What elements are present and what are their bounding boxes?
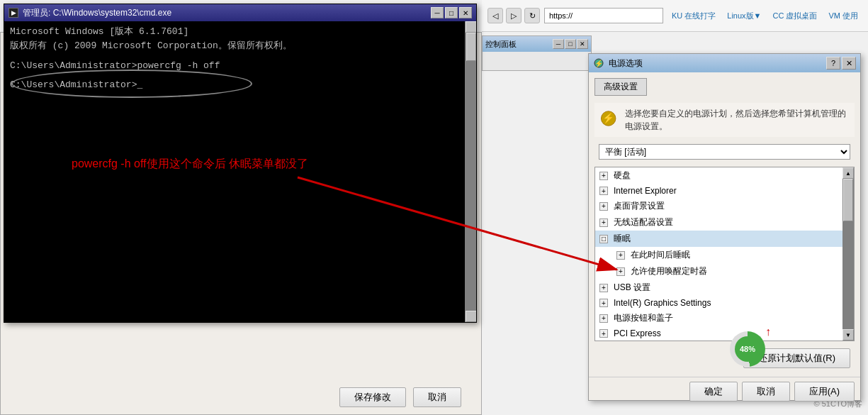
dialog-restore-btn-area: 还原计划默认值(R)	[594, 345, 855, 371]
tree-item-label: 桌面背景设置	[614, 200, 665, 212]
battery-up-arrow: ↑	[765, 326, 771, 338]
tree-item-label: 在此时间后睡眠	[631, 249, 690, 261]
dialog-tab-bar: 高级设置	[594, 78, 855, 99]
dialog-close-btn[interactable]: ✕	[842, 57, 856, 70]
control-panel-minimize[interactable]: ─	[553, 39, 564, 49]
dialog-title-text: 电源选项	[609, 57, 643, 70]
tree-item[interactable]: +在此时间后睡眠	[595, 247, 854, 263]
svg-text:⚡: ⚡	[602, 112, 615, 124]
dialog-apply-btn[interactable]: 应用(A)	[794, 382, 855, 402]
control-panel-maximize[interactable]: □	[565, 39, 576, 49]
tree-expand-icon[interactable]: +	[616, 251, 625, 260]
dialog-plan-selector: 平衡 [活动]	[594, 141, 855, 162]
control-panel-close[interactable]: ✕	[577, 39, 588, 49]
svg-text:⚡: ⚡	[594, 59, 604, 68]
tree-scroll-down[interactable]: ▼	[842, 329, 854, 341]
cmd-close-btn[interactable]: ✕	[459, 7, 472, 18]
tree-expand-icon[interactable]: +	[599, 299, 608, 307]
tree-expand-icon[interactable]: +	[616, 267, 625, 276]
tree-item-label: 允许使用唤醒定时器	[631, 265, 707, 277]
tree-expand-icon[interactable]: □	[599, 235, 608, 243]
tree-expand-icon[interactable]: +	[599, 187, 608, 195]
dialog-ok-btn[interactable]: 确定	[689, 382, 738, 402]
bookmark-vm[interactable]: VM 使用	[824, 9, 862, 23]
browser-forward-btn[interactable]: ▷	[506, 8, 522, 23]
dialog-tree[interactable]: +硬盘+Internet Explorer+桌面背景设置+无线适配器设置□睡眠+…	[594, 167, 855, 341]
browser-nav: ◁ ▷ ↻	[487, 8, 540, 23]
power-options-icon: ⚡	[593, 57, 604, 69]
control-panel-title: 控制面板	[485, 39, 517, 50]
browser-bookmarks: KU 在线打字 Linux版▼ CC 虚拟桌面 VM 使用	[667, 9, 862, 23]
tree-expand-icon[interactable]: +	[599, 329, 608, 338]
bookmark-desktop[interactable]: CC 虚拟桌面	[768, 9, 821, 23]
dialog-intro-description: 选择您要自定义的电源计划，然后选择您希望计算机管理的电源设置。	[625, 107, 850, 133]
battery-indicator: 48% ↑	[730, 331, 765, 367]
tree-item[interactable]: +允许使用唤醒定时器	[595, 263, 854, 280]
tree-scroll-thumb[interactable]	[843, 179, 853, 221]
tree-item-label: USB 设置	[614, 282, 650, 294]
cmd-title-area: ▶ 管理员: C:\Windows\system32\cmd.exe	[9, 7, 171, 19]
tree-scrollbar[interactable]: ▲ ▼	[842, 167, 854, 341]
cmd-line-4: C:\Users\Administrator>_	[10, 79, 470, 92]
browser-refresh-btn[interactable]: ↻	[524, 8, 540, 23]
browser-toolbar: ◁ ▷ ↻ https:// KU 在线打字 Linux版▼ CC 虚拟桌面 V…	[482, 0, 868, 32]
tree-item-label: Intel(R) Graphics Settings	[614, 298, 711, 308]
scrollbar-down-btn[interactable]: ▼	[466, 311, 476, 322]
cmd-annotation-text: powercfg -h off使用这个命令后 休眠菜单都没了	[72, 156, 308, 172]
cmd-scrollbar[interactable]: ▲ ▼	[465, 21, 476, 322]
dialog-controls: ? ✕	[826, 57, 856, 70]
tree-expand-icon[interactable]: +	[599, 172, 608, 180]
tree-expand-icon[interactable]: +	[599, 202, 608, 211]
tree-item[interactable]: +USB 设置	[595, 280, 854, 296]
tree-item[interactable]: +Intel(R) Graphics Settings	[595, 296, 854, 310]
dialog-intro-icon: ⚡	[599, 107, 618, 130]
cmd-line-2: 版权所有 (c) 2009 Microsoft Corporation。保留所有…	[10, 40, 470, 52]
power-panel-buttons: 保存修改 取消	[1, 380, 483, 414]
battery-circle: 48%	[730, 331, 765, 367]
plan-dropdown[interactable]: 平衡 [活动]	[599, 144, 850, 160]
bookmark-typing[interactable]: KU 在线打字	[667, 9, 720, 23]
tree-item[interactable]: +PCI Express	[595, 326, 854, 341]
control-panel-controls: ─ □ ✕	[553, 39, 588, 49]
tree-item-label: 硬盘	[614, 170, 631, 182]
power-options-dialog: ⚡ 电源选项 ? ✕ 高级设置 ⚡ 选择您要自定义的电源计划，然后选择您希望计算…	[588, 53, 861, 401]
address-text: https://	[549, 11, 573, 20]
tree-item[interactable]: +电源按钮和盖子	[595, 310, 854, 326]
dialog-help-btn[interactable]: ?	[826, 57, 840, 70]
cmd-window-controls: ─ □ ✕	[431, 7, 472, 18]
scrollbar-track	[466, 33, 476, 311]
tree-expand-icon[interactable]: +	[599, 314, 608, 323]
cmd-maximize-btn[interactable]: □	[445, 7, 458, 18]
tree-expand-icon[interactable]: +	[599, 284, 608, 292]
dialog-title-area: ⚡ 电源选项	[593, 57, 643, 70]
battery-percent: 48%	[735, 336, 760, 362]
bookmark-linux[interactable]: Linux版▼	[723, 9, 765, 23]
cmd-body[interactable]: Microsoft Windows [版本 6.1.7601] 版权所有 (c)…	[4, 21, 476, 322]
cancel-button[interactable]: 取消	[413, 387, 461, 407]
dialog-cancel-btn[interactable]: 取消	[742, 382, 790, 402]
tree-item-label: 睡眠	[614, 233, 631, 245]
cmd-line-1: Microsoft Windows [版本 6.1.7601]	[10, 26, 470, 38]
browser-back-btn[interactable]: ◁	[487, 8, 503, 23]
browser-address-bar[interactable]: https://	[544, 8, 663, 23]
tree-item[interactable]: +无线适配器设置	[595, 214, 854, 231]
tree-item[interactable]: □睡眠	[595, 231, 854, 247]
cmd-titlebar: ▶ 管理员: C:\Windows\system32\cmd.exe ─ □ ✕	[4, 4, 476, 21]
tree-item[interactable]: +桌面背景设置	[595, 198, 854, 214]
cmd-minimize-btn[interactable]: ─	[431, 7, 444, 18]
tree-item[interactable]: +硬盘	[595, 167, 854, 184]
control-panel-window: 控制面板 ─ □ ✕	[482, 35, 592, 71]
scrollbar-thumb[interactable]	[466, 33, 476, 61]
save-changes-button[interactable]: 保存修改	[339, 387, 406, 407]
cmd-line-3: C:\Users\Administrator>powercfg -h off	[10, 60, 470, 72]
tree-scroll-up[interactable]: ▲	[842, 167, 854, 179]
tree-scroll-track	[842, 179, 854, 329]
dialog-intro: ⚡ 选择您要自定义的电源计划，然后选择您希望计算机管理的电源设置。	[594, 103, 855, 137]
cmd-window: ▶ 管理员: C:\Windows\system32\cmd.exe ─ □ ✕…	[4, 4, 477, 323]
scrollbar-up-btn[interactable]: ▲	[466, 21, 476, 33]
dialog-advanced-tab[interactable]: 高级设置	[594, 78, 647, 96]
tree-expand-icon[interactable]: +	[599, 218, 608, 227]
tree-item-label: 无线适配器设置	[614, 216, 673, 228]
tree-item-label: 电源按钮和盖子	[614, 312, 673, 324]
tree-item[interactable]: +Internet Explorer	[595, 184, 854, 198]
